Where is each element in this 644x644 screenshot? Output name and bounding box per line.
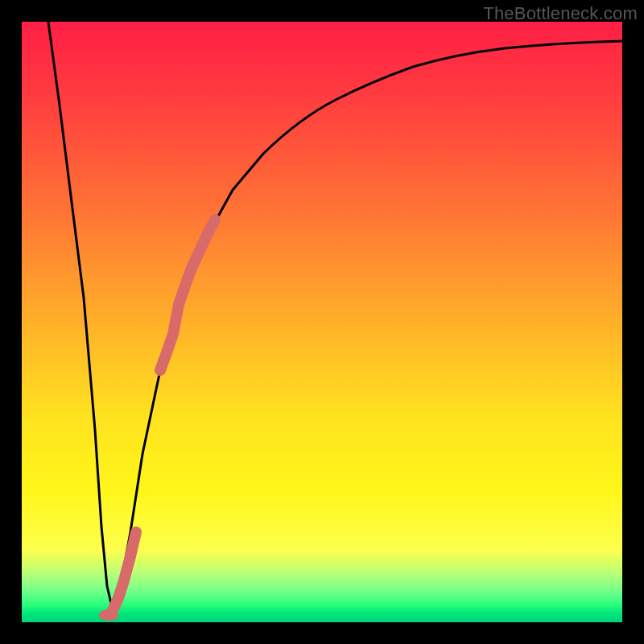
valley-marker [99, 609, 118, 621]
highlight-segment-upper [160, 220, 215, 370]
bottleneck-curve [48, 22, 622, 610]
chart-frame: TheBottleneck.com [0, 0, 644, 644]
curve-svg [22, 22, 622, 622]
watermark-text: TheBottleneck.com [483, 3, 638, 24]
highlight-segment-lower [113, 532, 136, 610]
plot-area [22, 22, 622, 622]
